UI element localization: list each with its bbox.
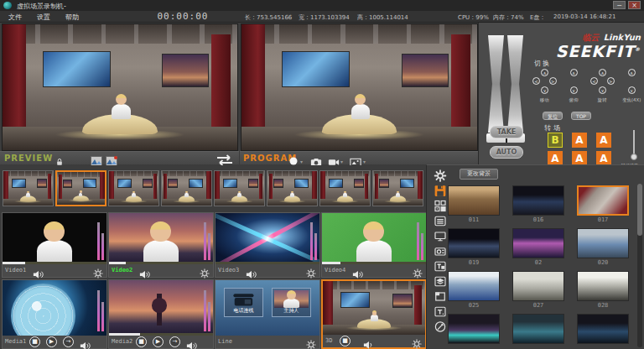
scene-thumbnail[interactable] [577,314,629,349]
camera-preset-shot[interactable] [55,170,106,206]
camera-preset-shot[interactable] [267,170,318,206]
source-video3[interactable]: Video3 [215,212,320,278]
dpad-up-button[interactable]: ∧ [599,69,606,76]
reset-button[interactable]: 复位 [543,112,563,120]
dpad-left-button[interactable]: < [590,77,598,85]
dpad-down-button[interactable]: ∨ [599,86,606,94]
source-video4[interactable]: Video4 [321,212,427,278]
video-dropdown-caret[interactable]: ▾ [340,159,343,164]
switch-section-label: 切换 [534,59,551,68]
audio-meter [204,217,210,260]
menu-settings[interactable]: 设置 [37,13,50,22]
host-box[interactable]: 主持人 [272,288,311,316]
source-line[interactable]: 电话连线 主持人 Line [215,279,320,349]
gear-icon[interactable] [200,266,210,276]
auto-button[interactable]: AUTO [490,146,523,159]
settings-gear-icon[interactable] [430,169,450,183]
play-button[interactable]: ▶ [46,336,57,347]
source-media1[interactable]: Media1 ■ ▶ → [2,279,107,349]
scene-thumbnail[interactable]: 016 [512,185,564,224]
preview-monitor[interactable] [2,23,238,151]
scene-number: 028 [577,302,629,310]
image-dropdown-caret[interactable]: ▾ [363,159,366,164]
scene-thumbnail[interactable]: 019 [448,228,500,267]
camera-preset-shot[interactable] [108,170,159,206]
next-button[interactable]: → [169,336,180,347]
transition-b-icon[interactable] [106,154,117,164]
transition-tile[interactable]: A [596,133,611,148]
next-button[interactable]: → [63,336,74,347]
scene-thumbnail[interactable]: 020 [577,228,629,267]
speaker-icon[interactable] [139,266,151,275]
source-3d-output[interactable]: 3D ■ [321,279,427,349]
speaker-icon[interactable] [33,266,44,275]
scene-thumbnail[interactable]: 011 [448,185,500,224]
swap-preview-program-icon[interactable] [215,154,235,164]
dpad-down-button[interactable]: ∨ [541,86,548,94]
speaker-icon[interactable] [363,336,375,346]
dpad-label: 移动 [533,96,555,103]
dpad-up-button[interactable]: ∧ [541,69,548,76]
scrollbar-thumb[interactable] [637,184,642,236]
scene-thumbnail[interactable]: 028 [577,271,629,310]
stop-button[interactable]: ■ [340,336,351,346]
source-media2[interactable]: Media2 ■ ▶ → [108,279,214,349]
dpad-up-button[interactable]: ∧ [570,69,578,76]
change-background-button[interactable]: 更改背景 [460,169,498,180]
gear-icon[interactable] [413,266,423,276]
source-video2[interactable]: Video2 [108,212,214,278]
minimize-button[interactable]: − [613,1,626,9]
scene-thumbnail[interactable] [448,314,500,349]
scene-thumbnail[interactable]: 017 [577,185,629,224]
dpad-down-button[interactable]: ∨ [570,86,578,94]
dpad-down-button[interactable]: ∨ [628,86,636,94]
scene-thumbnail[interactable]: 025 [448,271,500,310]
record-dropdown-caret[interactable]: ▾ [300,159,303,164]
camera-preset-shot[interactable] [319,170,371,206]
gear-icon[interactable] [93,266,103,276]
scene-thumbnail[interactable] [512,314,564,349]
speaker-icon[interactable] [352,266,364,275]
scene-thumbnail[interactable]: 02 [512,228,564,267]
source-label: Video4 [325,267,345,273]
gear-icon[interactable] [306,266,316,276]
menu-help[interactable]: 帮助 [65,13,79,22]
speaker-icon[interactable] [246,266,257,275]
transition-tile[interactable]: A [572,133,587,148]
disk-label: E盘： [530,13,545,22]
camera-preset-shot[interactable] [214,170,265,206]
video-record-icon[interactable] [328,154,340,164]
camera-preset-shot[interactable] [161,170,212,206]
camera-snapshot-icon[interactable] [310,154,322,164]
scene-number: 025 [448,302,500,310]
program-monitor[interactable] [241,23,478,151]
dpad-right-button[interactable]: > [549,77,557,85]
gear-icon[interactable] [306,337,316,347]
gear-icon[interactable] [412,336,422,346]
speaker-icon[interactable] [80,337,91,346]
take-button[interactable]: TAKE [490,126,523,138]
camera-preset-shot[interactable] [3,170,54,206]
speed-slider-knob[interactable] [631,154,637,160]
scene-thumbnail[interactable]: 027 [512,271,564,310]
dpad-right-button[interactable]: > [607,77,615,85]
menu-file[interactable]: 文件 [8,13,22,22]
stop-button[interactable]: ■ [136,336,147,347]
close-button[interactable]: × [628,1,641,9]
image-capture-icon[interactable] [350,154,361,164]
scene-scrollbar[interactable] [637,184,642,347]
record-dot-icon[interactable] [288,154,299,164]
phone-call-box[interactable]: 电话连线 [224,288,263,316]
speaker-icon[interactable] [186,337,198,346]
transition-speed-slider[interactable] [633,130,635,157]
camera-preset-shot[interactable] [372,170,423,206]
play-button[interactable]: ▶ [153,336,164,347]
top-button[interactable]: TOP [571,112,591,120]
source-video1[interactable]: Video1 [2,212,107,278]
transition-tile[interactable]: B [548,133,563,148]
dpad-up-button[interactable]: ∧ [628,69,636,76]
lock-icon[interactable] [54,154,65,164]
stop-button[interactable]: ■ [29,336,40,347]
transition-a-icon[interactable] [91,154,102,164]
dpad-left-button[interactable]: < [532,77,540,85]
